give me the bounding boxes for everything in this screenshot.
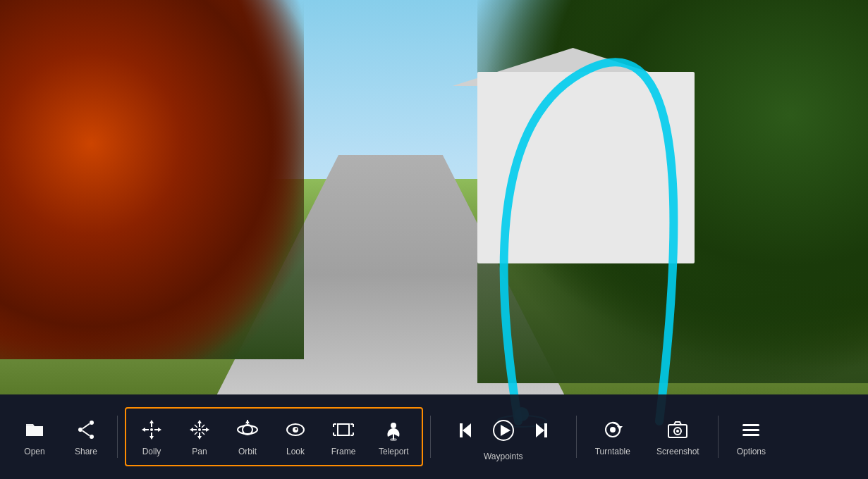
svg-marker-51 <box>501 425 511 436</box>
options-button[interactable]: Options <box>726 411 777 462</box>
svg-marker-12 <box>149 420 154 423</box>
teleport-icon <box>381 417 406 442</box>
svg-marker-13 <box>149 436 154 440</box>
svg-marker-52 <box>536 423 544 437</box>
svg-line-25 <box>195 425 197 428</box>
svg-point-35 <box>295 428 298 430</box>
svg-point-3 <box>78 428 82 432</box>
options-label: Options <box>737 447 766 456</box>
frame-icon <box>331 417 356 442</box>
svg-point-2 <box>90 421 94 425</box>
waypoints-controls <box>448 412 558 449</box>
open-label: Open <box>24 447 44 456</box>
play-icon <box>491 418 516 443</box>
open-button[interactable]: Open <box>11 411 59 462</box>
teleport-button[interactable]: Teleport <box>367 411 420 462</box>
options-icon <box>738 417 764 442</box>
divider-4 <box>718 416 719 458</box>
svg-marker-32 <box>245 420 250 423</box>
screenshot-label: Screenshot <box>656 447 699 456</box>
waypoints-play-button[interactable] <box>485 412 522 449</box>
screenshot-icon <box>665 417 690 442</box>
look-button[interactable]: Look <box>271 411 319 462</box>
orbit-label: Orbit <box>238 447 257 456</box>
svg-marker-21 <box>197 420 202 423</box>
svg-point-59 <box>676 430 679 433</box>
svg-line-27 <box>195 432 197 435</box>
svg-rect-53 <box>544 423 547 437</box>
svg-line-26 <box>202 425 204 428</box>
orbit-button[interactable]: Orbit <box>224 411 271 462</box>
divider-3 <box>576 416 577 458</box>
share-icon <box>73 417 99 442</box>
pan-button[interactable]: Pan <box>176 411 224 462</box>
dolly-button[interactable]: Dolly <box>128 411 176 462</box>
pan-label: Pan <box>192 447 207 456</box>
share-button[interactable]: Share <box>62 411 110 462</box>
arc-path <box>483 48 695 435</box>
svg-rect-62 <box>742 434 759 436</box>
svg-rect-61 <box>742 429 759 431</box>
svg-marker-24 <box>206 428 209 432</box>
divider-2 <box>430 416 431 458</box>
svg-line-6 <box>82 431 90 436</box>
svg-marker-15 <box>158 428 161 432</box>
waypoints-next-button[interactable] <box>522 412 558 449</box>
svg-point-55 <box>610 427 616 433</box>
svg-marker-48 <box>463 423 471 437</box>
folder-icon <box>22 417 47 442</box>
turntable-label: Turntable <box>595 447 630 456</box>
divider-1 <box>117 416 118 458</box>
svg-rect-49 <box>460 423 463 437</box>
screenshot-button[interactable]: Screenshot <box>645 411 711 462</box>
svg-point-45 <box>391 423 396 428</box>
svg-rect-60 <box>742 424 759 426</box>
svg-marker-23 <box>190 428 193 432</box>
look-icon <box>283 417 308 442</box>
waypoints-section: Waypoints <box>438 412 569 461</box>
pan-icon <box>187 417 212 442</box>
svg-rect-36 <box>338 424 349 435</box>
teleport-label: Teleport <box>379 447 409 456</box>
turntable-button[interactable]: Turntable <box>584 411 642 462</box>
trees-left <box>0 0 304 359</box>
svg-line-28 <box>202 432 204 435</box>
svg-point-47 <box>390 438 397 441</box>
svg-point-16 <box>198 428 201 431</box>
turntable-icon <box>600 417 625 442</box>
toolbar: Open Share <box>0 394 868 479</box>
share-label: Share <box>75 447 97 456</box>
waypoints-label: Waypoints <box>484 452 523 461</box>
svg-point-4 <box>90 435 94 439</box>
svg-point-30 <box>238 425 257 434</box>
frame-button[interactable]: Frame <box>319 411 367 462</box>
dolly-icon <box>139 417 164 442</box>
dolly-label: Dolly <box>142 447 161 456</box>
orbit-icon <box>235 417 260 442</box>
svg-marker-22 <box>197 436 202 440</box>
svg-marker-56 <box>617 426 623 430</box>
svg-marker-14 <box>142 428 145 432</box>
svg-point-7 <box>150 428 153 431</box>
viewport: Open Share <box>0 0 868 479</box>
svg-line-5 <box>82 424 90 429</box>
camera-tools-section: Dolly <box>125 407 423 466</box>
next-icon <box>527 418 553 443</box>
look-label: Look <box>286 447 305 456</box>
waypoints-prev-button[interactable] <box>448 412 485 449</box>
frame-label: Frame <box>331 447 356 456</box>
prev-icon <box>454 418 479 443</box>
